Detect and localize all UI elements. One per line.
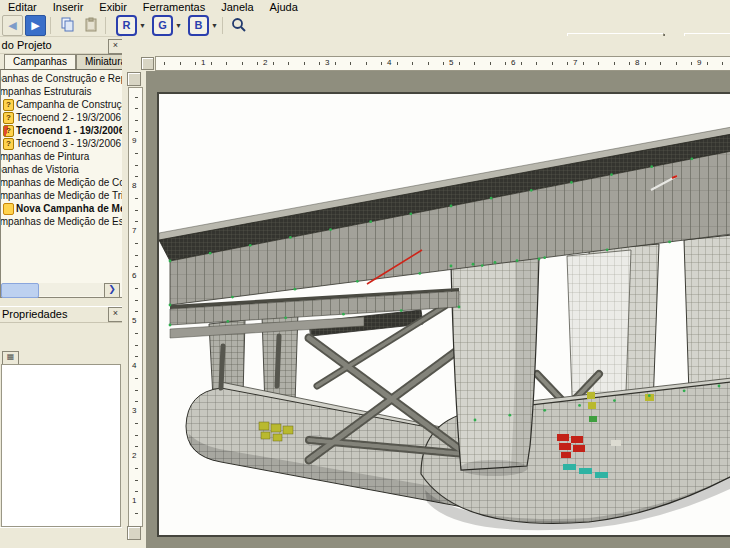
menu-exibir[interactable]: Exibir [91, 0, 135, 14]
tree-item-label: Campanhas de Construção e Reparos [1, 72, 123, 85]
copy-button[interactable] [57, 15, 78, 36]
ruler-number: 3 [325, 59, 329, 67]
ruler-number: 7 [573, 59, 577, 67]
back-arrow-icon: ◀ [8, 19, 16, 32]
ruler-tick [135, 153, 138, 154]
tree-item[interactable]: ?Campanha de Construção - 19/3/2006 [1, 98, 123, 111]
ruler-tick [412, 62, 413, 65]
front-column [451, 257, 539, 476]
ruler-tick [397, 62, 398, 65]
tree-item-label: Tecnoend 1 - 19/3/2006 - Execução [16, 124, 123, 137]
ruler-tick [211, 62, 212, 65]
document-page[interactable] [157, 92, 730, 537]
ruler-tick [459, 62, 460, 65]
ruler-number: 2 [263, 59, 267, 67]
ruler-tick [135, 446, 138, 447]
dropdown-arrow-icon[interactable]: ▼ [175, 22, 182, 29]
ruler-tick [135, 288, 138, 289]
layer-button-b[interactable]: B [188, 15, 209, 36]
toolbar-separator [222, 17, 223, 34]
ruler-tick [583, 62, 584, 65]
properties-grid-view-button[interactable]: ▦ [2, 351, 19, 365]
ruler-tick [567, 62, 568, 65]
tree-item[interactable]: Campanhas de Construção e Reparos [1, 72, 123, 85]
ruler-tick [722, 62, 723, 65]
menu-editar[interactable]: Editar [0, 0, 45, 14]
ruler-number: 6 [132, 272, 136, 280]
dropdown-arrow-icon[interactable]: ▼ [211, 22, 218, 29]
magnifier-icon [231, 17, 247, 33]
tree-item[interactable]: ?Tecnoend 1 - 19/3/2006 - Execução [1, 124, 123, 137]
layer-button-r[interactable]: R [116, 15, 137, 36]
ruler-tick [629, 62, 630, 65]
back-button[interactable]: ◀ [2, 15, 23, 36]
ruler-tick [381, 62, 382, 65]
project-manager-title: Gerenciador do Projeto [0, 39, 52, 51]
properties-close-button[interactable]: × [108, 307, 123, 322]
ruler-tick [135, 311, 138, 312]
ruler-number: 1 [201, 59, 205, 67]
ruler-number: 1 [132, 497, 136, 505]
tree-item[interactable]: ?Tecnoend 3 - 19/3/2006 - Execução [1, 137, 123, 150]
ruler-tick [319, 62, 320, 65]
ruler-tick [335, 62, 336, 65]
ruler-number: 5 [132, 317, 136, 325]
menu-inserir[interactable]: Inserir [45, 0, 92, 14]
menu-ferramentas[interactable]: Ferramentas [135, 0, 213, 14]
zoom-button[interactable] [229, 15, 250, 36]
ruler-corner-button[interactable] [141, 57, 154, 70]
ruler-tick [135, 435, 138, 436]
tree-item-label: Tecnoend 3 - 19/3/2006 - Execução [16, 137, 123, 150]
forward-button[interactable]: ▶ [25, 15, 46, 36]
ruler-tick [135, 108, 138, 109]
tree-item[interactable]: Campanhas de Medição de Trinca [1, 189, 123, 202]
scrollbar-thumb[interactable] [1, 283, 39, 298]
tree-item[interactable]: Campanhas de Medição de Corrosão [1, 176, 123, 189]
ruler-tick [135, 165, 138, 166]
tree-item[interactable]: Campanhas Estruturais [1, 85, 123, 98]
ruler-tick [135, 243, 138, 244]
tree-item[interactable]: Campanhas de Vistoria [1, 163, 123, 176]
ruler-tick [273, 62, 274, 65]
ruler-tick [135, 513, 138, 514]
tree-item[interactable]: ?Tecnoend 2 - 19/3/2006 - Execução [1, 111, 123, 124]
ruler-tick [135, 378, 138, 379]
ruler-tick [135, 356, 138, 357]
menu-ajuda[interactable]: Ajuda [262, 0, 306, 14]
ruler-tick [521, 62, 522, 65]
ruler-tick [135, 176, 138, 177]
tree-item-label: Campanhas de Medição de Corrosão [1, 176, 123, 189]
ruler-tick [257, 62, 258, 65]
layer-button-g[interactable]: G [152, 15, 173, 36]
dropdown-arrow-icon[interactable]: ▼ [139, 22, 146, 29]
tree-item[interactable]: Nova Campanha de Medição [1, 202, 123, 215]
paste-button[interactable] [80, 15, 101, 36]
platform-model-3d-view[interactable] [159, 94, 730, 535]
panel-close-button[interactable]: × [108, 39, 123, 54]
tree-horizontal-scrollbar[interactable]: ❯ [1, 283, 120, 296]
new-campaign-icon [3, 203, 14, 215]
tree-item-label: Campanhas de Pintura [1, 150, 89, 163]
toolbar-separator [105, 17, 106, 34]
ruler-tick [135, 266, 138, 267]
menu-bar: EditarInserirExibirFerramentasJanelaAjud… [0, 0, 730, 14]
tree-item[interactable]: Campanhas de Medição de Espessura [1, 215, 123, 228]
project-manager-panel-header: Gerenciador do Projeto [0, 38, 122, 54]
menu-janela[interactable]: Janela [213, 0, 261, 14]
tree-item-label: Nova Campanha de Medição [16, 202, 123, 215]
ruler-tick [288, 62, 289, 65]
vruler-top-button[interactable] [127, 72, 141, 86]
toolbar-separator [50, 17, 51, 34]
ruler-number: 8 [132, 182, 136, 190]
tree-item[interactable]: Campanhas de Pintura [1, 150, 123, 163]
vruler-bottom-button[interactable] [127, 526, 141, 540]
ruler-tick [614, 62, 615, 65]
scrollbar-right-arrow[interactable]: ❯ [104, 283, 120, 298]
tab-campanhas[interactable]: Campanhas [4, 54, 76, 69]
horizontal-ruler: 123456789 [155, 56, 730, 71]
ruler-number: 3 [132, 407, 136, 415]
tree-item-label: Campanhas Estruturais [1, 85, 92, 98]
copy-icon [60, 17, 76, 33]
ruler-tick [135, 198, 138, 199]
ruler-tick [707, 62, 708, 65]
